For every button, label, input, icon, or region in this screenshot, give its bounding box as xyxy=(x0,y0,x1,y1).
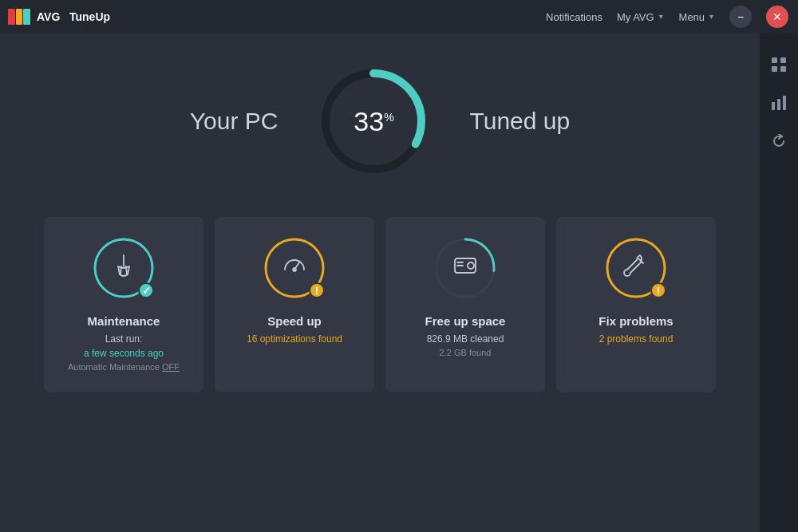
svg-line-12 xyxy=(126,266,127,274)
titlebar-right: Notifications My AVG ▼ Menu ▼ − ✕ xyxy=(546,6,788,28)
speedup-badge: ! xyxy=(309,282,325,298)
fixproblems-badge: ! xyxy=(650,282,666,298)
cards-row: ✓ Maintenance Last run: a few seconds ag… xyxy=(24,217,736,392)
score-label-right: Tuned up xyxy=(469,108,570,135)
maintenance-badge: ✓ xyxy=(138,282,154,298)
maintenance-icon xyxy=(110,252,137,285)
logo-prefix: AVG xyxy=(37,10,60,23)
notifications-link[interactable]: Notifications xyxy=(546,11,602,23)
svg-rect-0 xyxy=(772,57,777,63)
score-section: Your PC 33% Tuned up xyxy=(190,65,570,177)
svg-rect-4 xyxy=(772,102,775,110)
speedup-icon xyxy=(281,252,308,285)
fixproblems-icon-ring: ! xyxy=(604,236,668,300)
my-avg-link[interactable]: My AVG ▼ xyxy=(617,11,665,23)
menu-label: Menu xyxy=(679,11,705,23)
score-circle: 33% xyxy=(318,65,429,177)
maintenance-card[interactable]: ✓ Maintenance Last run: a few seconds ag… xyxy=(44,217,203,392)
score-number: 33 xyxy=(354,106,384,136)
svg-rect-3 xyxy=(780,66,786,72)
score-value: 33% xyxy=(354,108,393,135)
sidebar xyxy=(760,33,798,532)
freespace-card[interactable]: Free up space 826.9 MB cleaned 2.2 GB fo… xyxy=(385,217,545,392)
score-symbol: % xyxy=(384,111,393,124)
fixproblems-sub1: 2 problems found xyxy=(599,332,674,346)
maintenance-off-link[interactable]: OFF xyxy=(162,362,180,372)
speedup-card[interactable]: ! Speed up 16 optimizations found xyxy=(215,217,374,392)
minimize-button[interactable]: − xyxy=(729,6,752,28)
menu-chevron-icon: ▼ xyxy=(708,13,715,21)
maintenance-sub2: a few seconds ago xyxy=(84,346,164,361)
speedup-icon-ring: ! xyxy=(263,236,326,300)
my-avg-label: My AVG xyxy=(617,11,654,23)
titlebar: AVG TuneUp Notifications My AVG ▼ Menu ▼… xyxy=(0,0,798,33)
close-button[interactable]: ✕ xyxy=(766,6,788,28)
svg-line-11 xyxy=(120,266,121,274)
sidebar-barchart-icon[interactable] xyxy=(764,88,794,118)
titlebar-left: AVG TuneUp xyxy=(8,9,110,25)
maintenance-auto-label: Automatic Maintenance xyxy=(68,362,162,372)
freespace-sub1: 826.9 MB cleaned xyxy=(427,332,504,346)
maintenance-sub3: Automatic Maintenance OFF xyxy=(68,362,180,372)
app-title: AVG TuneUp xyxy=(37,10,110,23)
menu-link[interactable]: Menu ▼ xyxy=(679,11,715,23)
freespace-sub2: 2.2 GB found xyxy=(440,348,492,357)
maintenance-icon-ring: ✓ xyxy=(92,236,156,300)
maintenance-title: Maintenance xyxy=(88,314,160,328)
my-avg-chevron-icon: ▼ xyxy=(658,13,665,21)
freespace-title: Free up space xyxy=(425,314,506,328)
score-label-left: Your PC xyxy=(190,108,279,135)
svg-rect-5 xyxy=(777,99,780,110)
main-content: Your PC 33% Tuned up xyxy=(0,33,760,532)
sidebar-apps-icon[interactable] xyxy=(764,49,794,80)
speedup-title: Speed up xyxy=(267,314,322,328)
svg-rect-6 xyxy=(783,96,786,110)
logo-text: TuneUp xyxy=(69,10,110,23)
svg-point-15 xyxy=(293,268,296,271)
freespace-icon-ring xyxy=(433,236,497,300)
fixproblems-icon xyxy=(622,252,650,285)
speedup-sub1: 16 optimizations found xyxy=(247,332,342,346)
maintenance-sub1: Last run: xyxy=(105,332,143,346)
score-percent: 33% xyxy=(354,106,393,136)
fixproblems-title: Fix problems xyxy=(598,314,673,328)
freespace-icon xyxy=(452,252,479,285)
fixproblems-card[interactable]: ! Fix problems 2 problems found xyxy=(556,217,716,392)
svg-rect-1 xyxy=(780,57,786,63)
avg-logo xyxy=(8,9,30,25)
svg-rect-2 xyxy=(772,66,777,72)
svg-point-19 xyxy=(468,262,474,269)
sidebar-refresh-icon[interactable] xyxy=(764,126,794,156)
